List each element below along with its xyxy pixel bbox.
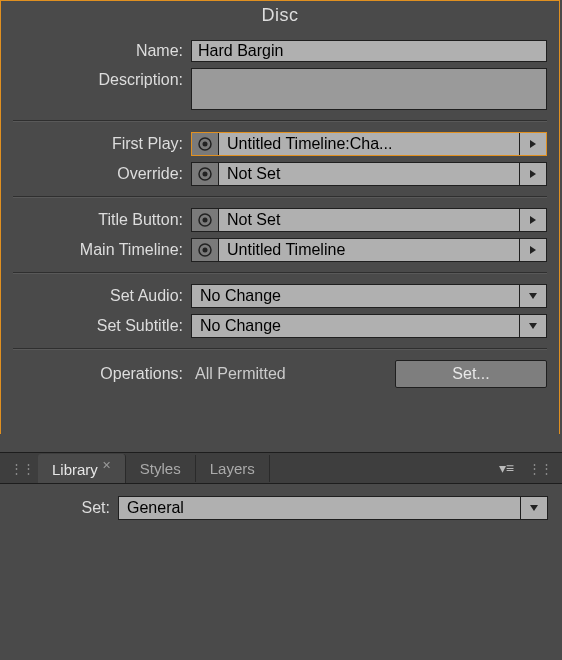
label-operations: Operations: [13,365,191,383]
override-value[interactable]: Not Set [219,162,519,186]
chevron-down-icon[interactable] [519,284,547,308]
tab-label: Layers [210,460,255,477]
row-set-audio: Set Audio: No Change [13,284,547,308]
svg-marker-2 [530,140,536,148]
row-main-timeline: Main Timeline: Untitled Timeline [13,238,547,262]
row-operations: Operations: All Permitted Set... [13,360,547,388]
grip-icon[interactable]: ⋮⋮ [524,461,556,476]
row-set-subtitle: Set Subtitle: No Change [13,314,547,338]
divider [13,348,547,350]
label-library-set: Set: [14,499,118,517]
svg-marker-8 [530,216,536,224]
divider [13,272,547,274]
set-subtitle-dropdown[interactable]: No Change [191,314,547,338]
svg-marker-5 [530,170,536,178]
tab-styles[interactable]: Styles [126,455,196,482]
label-set-subtitle: Set Subtitle: [13,317,191,335]
row-override: Override: Not Set [13,162,547,186]
label-main-timeline: Main Timeline: [13,241,191,259]
description-input[interactable] [191,68,547,110]
svg-point-4 [203,172,208,177]
divider [13,120,547,122]
row-name: Name: [13,40,547,62]
name-input[interactable] [191,40,547,62]
svg-marker-13 [529,323,537,329]
target-icon[interactable] [191,208,219,232]
main-timeline-menu-button[interactable] [519,238,547,262]
main-timeline-picker[interactable]: Untitled Timeline [191,238,547,262]
tab-label: Library [52,461,98,478]
library-set-value[interactable]: General [118,496,520,520]
operations-value: All Permitted [191,365,286,383]
set-button[interactable]: Set... [395,360,547,388]
label-set-audio: Set Audio: [13,287,191,305]
panel-title: Disc [13,1,547,34]
disc-properties-panel: Disc Name: Description: First Play: Unti… [0,0,560,434]
label-name: Name: [13,42,191,60]
override-picker[interactable]: Not Set [191,162,547,186]
set-audio-value[interactable]: No Change [191,284,519,308]
divider [13,196,547,198]
tab-layers[interactable]: Layers [196,455,270,482]
close-icon[interactable]: ✕ [102,459,111,471]
title-button-menu-button[interactable] [519,208,547,232]
target-icon[interactable] [191,238,219,262]
override-menu-button[interactable] [519,162,547,186]
set-subtitle-value[interactable]: No Change [191,314,519,338]
svg-point-7 [203,218,208,223]
title-button-picker[interactable]: Not Set [191,208,547,232]
label-first-play: First Play: [13,135,191,153]
svg-marker-12 [529,293,537,299]
svg-point-10 [203,248,208,253]
label-override: Override: [13,165,191,183]
main-timeline-value[interactable]: Untitled Timeline [219,238,519,262]
svg-marker-11 [530,246,536,254]
row-first-play: First Play: Untitled Timeline:Cha... [13,132,547,156]
panel-menu-icon[interactable]: ▾≡ [489,460,524,476]
label-title-button: Title Button: [13,211,191,229]
row-library-set: Set: General [0,484,562,520]
svg-marker-14 [530,505,538,511]
chevron-down-icon[interactable] [520,496,548,520]
target-icon[interactable] [191,162,219,186]
first-play-picker[interactable]: Untitled Timeline:Cha... [191,132,547,156]
row-title-button: Title Button: Not Set [13,208,547,232]
label-description: Description: [13,68,191,89]
set-audio-dropdown[interactable]: No Change [191,284,547,308]
first-play-value[interactable]: Untitled Timeline:Cha... [219,132,519,156]
panel-tab-bar: ⋮⋮ Library✕ Styles Layers ▾≡ ⋮⋮ [0,452,562,484]
target-icon[interactable] [191,132,219,156]
svg-point-1 [203,142,208,147]
library-set-dropdown[interactable]: General [118,496,548,520]
title-button-value[interactable]: Not Set [219,208,519,232]
row-description: Description: [13,68,547,110]
tab-label: Styles [140,460,181,477]
tab-library[interactable]: Library✕ [38,454,126,483]
chevron-down-icon[interactable] [519,314,547,338]
grip-icon[interactable]: ⋮⋮ [6,461,38,476]
first-play-menu-button[interactable] [519,132,547,156]
